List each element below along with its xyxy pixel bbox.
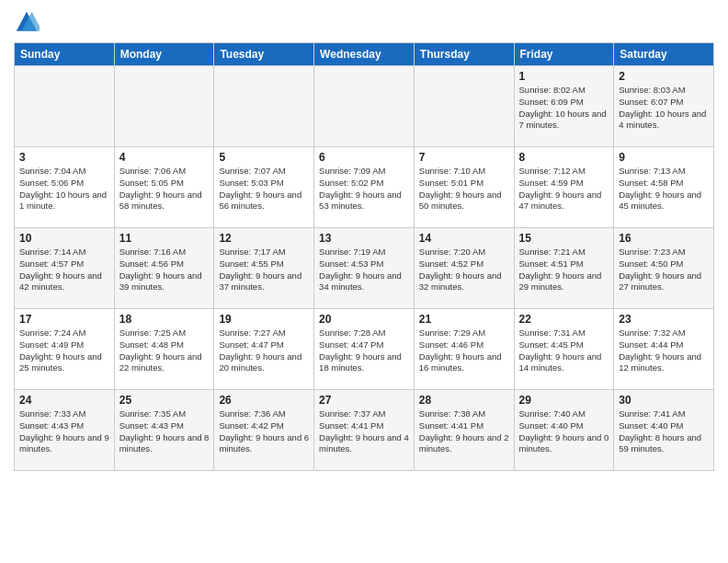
- day-info: Sunrise: 7:41 AM Sunset: 4:40 PM Dayligh…: [619, 408, 709, 455]
- day-number: 8: [519, 151, 609, 164]
- day-info: Sunrise: 7:27 AM Sunset: 4:47 PM Dayligh…: [219, 327, 309, 374]
- weekday-header-wednesday: Wednesday: [314, 43, 415, 66]
- day-info: Sunrise: 7:23 AM Sunset: 4:50 PM Dayligh…: [619, 247, 709, 293]
- day-number: 22: [519, 313, 609, 326]
- day-number: 18: [119, 313, 210, 326]
- day-number: 3: [19, 151, 109, 164]
- header: [14, 9, 714, 35]
- week-row-1: 1Sunrise: 8:02 AM Sunset: 6:09 PM Daylig…: [15, 66, 714, 147]
- day-info: Sunrise: 7:17 AM Sunset: 4:55 PM Dayligh…: [219, 247, 309, 293]
- day-info: Sunrise: 7:12 AM Sunset: 4:59 PM Dayligh…: [519, 166, 609, 213]
- weekday-header-thursday: Thursday: [414, 43, 514, 66]
- day-info: Sunrise: 7:31 AM Sunset: 4:45 PM Dayligh…: [519, 327, 609, 374]
- day-cell: 22Sunrise: 7:31 AM Sunset: 4:45 PM Dayli…: [514, 309, 614, 390]
- day-number: 25: [119, 394, 210, 407]
- day-cell: 29Sunrise: 7:40 AM Sunset: 4:40 PM Dayli…: [514, 390, 614, 471]
- day-cell: 9Sunrise: 7:13 AM Sunset: 4:58 PM Daylig…: [614, 147, 714, 228]
- weekday-header-saturday: Saturday: [614, 43, 714, 66]
- week-row-3: 10Sunrise: 7:14 AM Sunset: 4:57 PM Dayli…: [15, 228, 714, 309]
- day-number: 19: [219, 313, 309, 326]
- day-cell: 13Sunrise: 7:19 AM Sunset: 4:53 PM Dayli…: [314, 228, 415, 309]
- page: SundayMondayTuesdayWednesdayThursdayFrid…: [0, 0, 728, 563]
- day-cell: 12Sunrise: 7:17 AM Sunset: 4:55 PM Dayli…: [214, 228, 314, 309]
- day-cell: 23Sunrise: 7:32 AM Sunset: 4:44 PM Dayli…: [614, 309, 714, 390]
- logo: [14, 9, 43, 35]
- day-number: 1: [519, 70, 609, 83]
- day-cell: 24Sunrise: 7:33 AM Sunset: 4:43 PM Dayli…: [15, 390, 115, 471]
- weekday-header-tuesday: Tuesday: [214, 43, 314, 66]
- logo-icon: [14, 9, 40, 35]
- day-info: Sunrise: 7:21 AM Sunset: 4:51 PM Dayligh…: [519, 247, 609, 293]
- day-info: Sunrise: 7:33 AM Sunset: 4:43 PM Dayligh…: [19, 408, 109, 455]
- day-cell: 8Sunrise: 7:12 AM Sunset: 4:59 PM Daylig…: [514, 147, 614, 228]
- day-info: Sunrise: 7:24 AM Sunset: 4:49 PM Dayligh…: [19, 327, 109, 374]
- day-info: Sunrise: 7:20 AM Sunset: 4:52 PM Dayligh…: [419, 247, 509, 293]
- week-row-4: 17Sunrise: 7:24 AM Sunset: 4:49 PM Dayli…: [15, 309, 714, 390]
- day-cell: [414, 66, 514, 147]
- day-number: 16: [619, 232, 709, 245]
- day-number: 24: [19, 394, 109, 407]
- day-cell: 25Sunrise: 7:35 AM Sunset: 4:43 PM Dayli…: [114, 390, 214, 471]
- day-cell: 1Sunrise: 8:02 AM Sunset: 6:09 PM Daylig…: [514, 66, 614, 147]
- day-info: Sunrise: 7:29 AM Sunset: 4:46 PM Dayligh…: [419, 327, 509, 374]
- day-cell: 20Sunrise: 7:28 AM Sunset: 4:47 PM Dayli…: [314, 309, 415, 390]
- day-cell: [15, 66, 115, 147]
- day-info: Sunrise: 7:28 AM Sunset: 4:47 PM Dayligh…: [319, 327, 409, 374]
- day-number: 5: [219, 151, 309, 164]
- day-info: Sunrise: 8:03 AM Sunset: 6:07 PM Dayligh…: [619, 85, 709, 132]
- day-info: Sunrise: 7:14 AM Sunset: 4:57 PM Dayligh…: [19, 247, 109, 293]
- day-info: Sunrise: 7:36 AM Sunset: 4:42 PM Dayligh…: [219, 408, 309, 455]
- day-cell: 27Sunrise: 7:37 AM Sunset: 4:41 PM Dayli…: [314, 390, 415, 471]
- day-number: 13: [319, 232, 409, 245]
- day-info: Sunrise: 7:16 AM Sunset: 4:56 PM Dayligh…: [119, 247, 210, 293]
- day-number: 9: [619, 151, 709, 164]
- day-number: 28: [419, 394, 509, 407]
- day-number: 7: [419, 151, 509, 164]
- day-cell: 15Sunrise: 7:21 AM Sunset: 4:51 PM Dayli…: [514, 228, 614, 309]
- day-number: 30: [619, 394, 709, 407]
- weekday-header-sunday: Sunday: [15, 43, 115, 66]
- day-cell: [314, 66, 415, 147]
- day-info: Sunrise: 7:25 AM Sunset: 4:48 PM Dayligh…: [119, 327, 210, 374]
- day-number: 6: [319, 151, 409, 164]
- day-cell: 26Sunrise: 7:36 AM Sunset: 4:42 PM Dayli…: [214, 390, 314, 471]
- day-cell: 28Sunrise: 7:38 AM Sunset: 4:41 PM Dayli…: [414, 390, 514, 471]
- day-info: Sunrise: 7:37 AM Sunset: 4:41 PM Dayligh…: [319, 408, 409, 455]
- day-number: 4: [119, 151, 210, 164]
- day-number: 27: [319, 394, 409, 407]
- calendar: SundayMondayTuesdayWednesdayThursdayFrid…: [14, 42, 714, 471]
- day-cell: 11Sunrise: 7:16 AM Sunset: 4:56 PM Dayli…: [114, 228, 214, 309]
- day-info: Sunrise: 7:07 AM Sunset: 5:03 PM Dayligh…: [219, 166, 309, 213]
- day-number: 10: [19, 232, 109, 245]
- day-cell: 6Sunrise: 7:09 AM Sunset: 5:02 PM Daylig…: [314, 147, 415, 228]
- day-cell: 10Sunrise: 7:14 AM Sunset: 4:57 PM Dayli…: [15, 228, 115, 309]
- day-info: Sunrise: 7:04 AM Sunset: 5:06 PM Dayligh…: [19, 166, 109, 213]
- day-number: 20: [319, 313, 409, 326]
- day-info: Sunrise: 7:32 AM Sunset: 4:44 PM Dayligh…: [619, 327, 709, 374]
- day-number: 15: [519, 232, 609, 245]
- day-info: Sunrise: 7:35 AM Sunset: 4:43 PM Dayligh…: [119, 408, 210, 455]
- weekday-header-friday: Friday: [514, 43, 614, 66]
- day-cell: 30Sunrise: 7:41 AM Sunset: 4:40 PM Dayli…: [614, 390, 714, 471]
- day-info: Sunrise: 7:38 AM Sunset: 4:41 PM Dayligh…: [419, 408, 509, 455]
- day-number: 12: [219, 232, 309, 245]
- weekday-header-row: SundayMondayTuesdayWednesdayThursdayFrid…: [15, 43, 714, 66]
- day-number: 2: [619, 70, 709, 83]
- day-cell: 3Sunrise: 7:04 AM Sunset: 5:06 PM Daylig…: [15, 147, 115, 228]
- day-info: Sunrise: 7:19 AM Sunset: 4:53 PM Dayligh…: [319, 247, 409, 293]
- day-cell: 14Sunrise: 7:20 AM Sunset: 4:52 PM Dayli…: [414, 228, 514, 309]
- week-row-2: 3Sunrise: 7:04 AM Sunset: 5:06 PM Daylig…: [15, 147, 714, 228]
- day-cell: 19Sunrise: 7:27 AM Sunset: 4:47 PM Dayli…: [214, 309, 314, 390]
- day-cell: 5Sunrise: 7:07 AM Sunset: 5:03 PM Daylig…: [214, 147, 314, 228]
- day-cell: 17Sunrise: 7:24 AM Sunset: 4:49 PM Dayli…: [15, 309, 115, 390]
- day-number: 26: [219, 394, 309, 407]
- week-row-5: 24Sunrise: 7:33 AM Sunset: 4:43 PM Dayli…: [15, 390, 714, 471]
- day-cell: 21Sunrise: 7:29 AM Sunset: 4:46 PM Dayli…: [414, 309, 514, 390]
- day-cell: 16Sunrise: 7:23 AM Sunset: 4:50 PM Dayli…: [614, 228, 714, 309]
- day-number: 21: [419, 313, 509, 326]
- day-number: 17: [19, 313, 109, 326]
- day-info: Sunrise: 7:40 AM Sunset: 4:40 PM Dayligh…: [519, 408, 609, 455]
- day-cell: [114, 66, 214, 147]
- day-number: 23: [619, 313, 709, 326]
- day-cell: [214, 66, 314, 147]
